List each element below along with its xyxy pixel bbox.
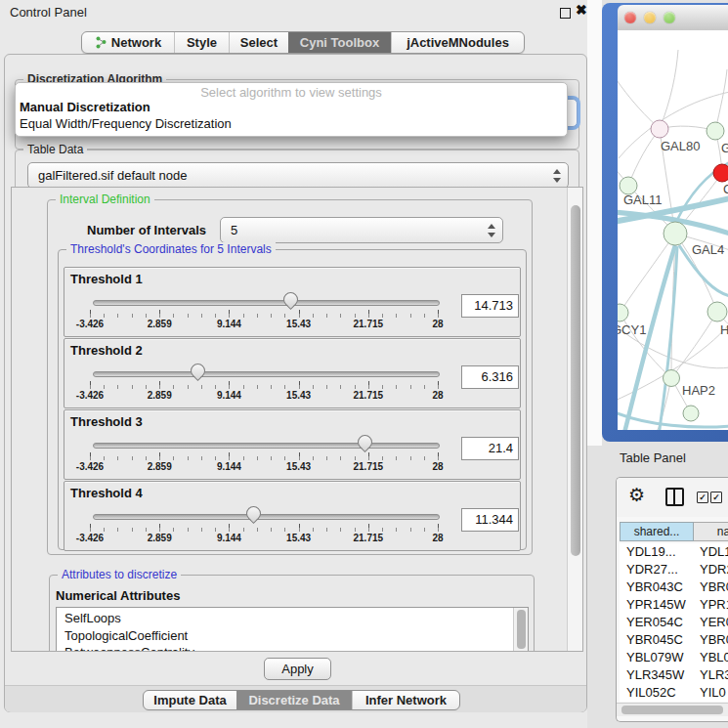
gear-icon[interactable]: ⚙ [628, 484, 645, 506]
thresholds-group-title: Threshold's Coordinates for 5 Intervals [66, 242, 276, 256]
threshold-3-slider-thumb[interactable] [355, 432, 375, 452]
close-traffic-light-icon[interactable] [624, 12, 636, 23]
column-header-shared[interactable]: shared... [620, 522, 694, 541]
tab-cyni-toolbox[interactable]: Cyni Toolbox [288, 32, 391, 53]
axis-tick-label: 21.715 [354, 533, 384, 543]
interval-definition-group: Interval Definition Number of Intervals … [47, 199, 533, 555]
attribute-list-item[interactable]: BetweennessCentrality [57, 644, 528, 652]
tab-style[interactable]: Style [174, 32, 229, 53]
table-row[interactable]: YPR145WYPR1 [620, 596, 728, 614]
tab-jactivemnodules[interactable]: jActiveMNodules [391, 32, 524, 53]
table-row[interactable]: YBR043CYBR0 [620, 578, 728, 596]
table-row[interactable]: YER054CYER0 [620, 614, 728, 631]
slider-minor-ticks [90, 528, 440, 532]
table-row[interactable]: YDL19...YDL1 [620, 543, 728, 561]
table-row[interactable]: YLR345WYLR3 [620, 666, 728, 684]
node-h[interactable] [707, 302, 727, 321]
apply-button[interactable]: Apply [264, 658, 331, 680]
checkbox-icon[interactable]: ✓ [697, 492, 708, 503]
close-icon[interactable]: ✖ [576, 2, 587, 18]
top-tabbar: Network Style Select Cyni Toolbox jActiv… [81, 31, 525, 54]
thresholds-group: Threshold's Coordinates for 5 Intervals … [58, 249, 527, 550]
number-of-intervals-value: 5 [231, 218, 237, 242]
table-hscrollbar-thumb[interactable] [621, 706, 723, 714]
attribute-list-item[interactable]: SelfLoops [57, 610, 528, 627]
threshold-2-label: Threshold 2 [70, 343, 143, 358]
tab-discretize-data[interactable]: Discretize Data [236, 691, 352, 709]
list-scrollbar[interactable] [513, 608, 528, 652]
network-window-titlebar[interactable] [618, 5, 728, 31]
threshold-1-slider-thumb[interactable] [280, 289, 301, 310]
settings-scrollbar[interactable] [567, 188, 582, 651]
node-hap2[interactable] [664, 370, 680, 387]
tab-infer-network[interactable]: Infer Network [352, 691, 459, 709]
table-data-combobox[interactable]: galFiltered.sif default node [27, 162, 569, 189]
threshold-4-slider[interactable] [93, 514, 440, 520]
minimize-traffic-light-icon[interactable] [644, 12, 656, 23]
axis-tick-label: 28 [432, 461, 443, 472]
node-label: GAL4 [692, 242, 724, 257]
threshold-3-slider[interactable] [93, 443, 440, 449]
node-gal80[interactable] [651, 120, 668, 138]
table-row[interactable]: YBR045CYBR0 [620, 631, 728, 649]
dropdown-placeholder-option[interactable]: Select algorithm to view settings [16, 85, 567, 100]
threshold-2-slider-thumb[interactable] [188, 361, 208, 381]
dropdown-option-equal-width[interactable]: Equal Width/Frequency Discretization [20, 116, 232, 131]
axis-tick-label: 2.859 [148, 319, 172, 329]
settings-scrollbar-thumb[interactable] [571, 205, 580, 556]
zoom-traffic-light-icon[interactable] [664, 12, 675, 23]
threshold-1-slider[interactable] [93, 300, 440, 306]
axis-tick-label: 28 [432, 533, 443, 543]
attribute-list-item[interactable]: TopologicalCoefficient [57, 627, 528, 645]
tab-select[interactable]: Select [229, 32, 288, 53]
float-window-icon[interactable] [560, 8, 571, 19]
tab-infer-network-label: Infer Network [365, 693, 447, 707]
node-label: H [720, 322, 728, 337]
threshold-4-slider-thumb[interactable] [243, 503, 264, 524]
number-of-intervals-combobox[interactable]: 5 [220, 217, 503, 243]
axis-tick-label: 28 [432, 390, 443, 401]
node-label: GAL80 [661, 139, 700, 153]
stepper-arrows-icon [487, 224, 495, 237]
table-row[interactable]: YBL079WYBL0 [620, 649, 728, 666]
columns-icon[interactable] [665, 488, 684, 506]
tab-network[interactable]: Network [82, 32, 174, 53]
table-row[interactable]: YDR27...YDR2 [620, 561, 728, 578]
table-row[interactable]: YIL052CYIL0 [620, 684, 728, 702]
node-red-selected[interactable] [713, 164, 728, 182]
bottom-tabbar: Impute Data Discretize Data Infer Networ… [143, 690, 460, 710]
threshold-4-panel: Threshold 4 -3.4262.8599.14415.4321.7152… [64, 481, 521, 551]
table-data-group-title: Table Data [23, 143, 87, 156]
axis-tick-label: 21.715 [354, 390, 384, 401]
tab-impute-data-label: Impute Data [153, 693, 226, 707]
tab-jactivemnodules-label: jActiveMNodules [407, 35, 509, 50]
table-hscrollbar[interactable] [617, 703, 728, 716]
column-header-name[interactable]: na [694, 522, 728, 541]
table-data-value: galFiltered.sif default node [38, 163, 187, 188]
threshold-3-value-field[interactable]: 21.4 [461, 437, 519, 460]
axis-tick-label: 21.715 [354, 319, 384, 329]
node-partial[interactable] [683, 406, 699, 421]
checkbox-icon[interactable]: ✓ [710, 492, 722, 503]
axis-tick-label: 9.144 [217, 319, 241, 329]
node-label: GAL11 [623, 193, 663, 207]
node-gal4[interactable] [664, 222, 687, 245]
panel-gap [587, 0, 602, 446]
network-canvas[interactable]: GAL80 G C GAL11 GAL4 GCY1 H HAP2 [618, 30, 728, 430]
axis-tick-label: 2.859 [148, 533, 172, 543]
dropdown-option-manual[interactable]: Manual Discretization [20, 100, 150, 114]
slider-minor-ticks [90, 314, 440, 318]
threshold-1-value-field[interactable]: 14.713 [461, 294, 519, 318]
axis-tick-label: -3.426 [76, 533, 104, 543]
axis-tick-label: 9.144 [217, 461, 241, 472]
node-g[interactable] [707, 122, 724, 140]
node-gcy1[interactable] [618, 304, 628, 321]
threshold-2-value-field[interactable]: 6.316 [461, 365, 519, 389]
threshold-4-value-field[interactable]: 11.344 [461, 508, 519, 532]
numerical-attributes-list[interactable]: SelfLoopsTopologicalCoefficientBetweenne… [56, 607, 529, 652]
settings-scrollpane: Interval Definition Number of Intervals … [11, 187, 583, 652]
list-scrollbar-thumb[interactable] [517, 610, 526, 649]
threshold-2-slider[interactable] [93, 371, 440, 377]
tab-style-label: Style [187, 35, 217, 50]
tab-impute-data[interactable]: Impute Data [144, 691, 236, 709]
